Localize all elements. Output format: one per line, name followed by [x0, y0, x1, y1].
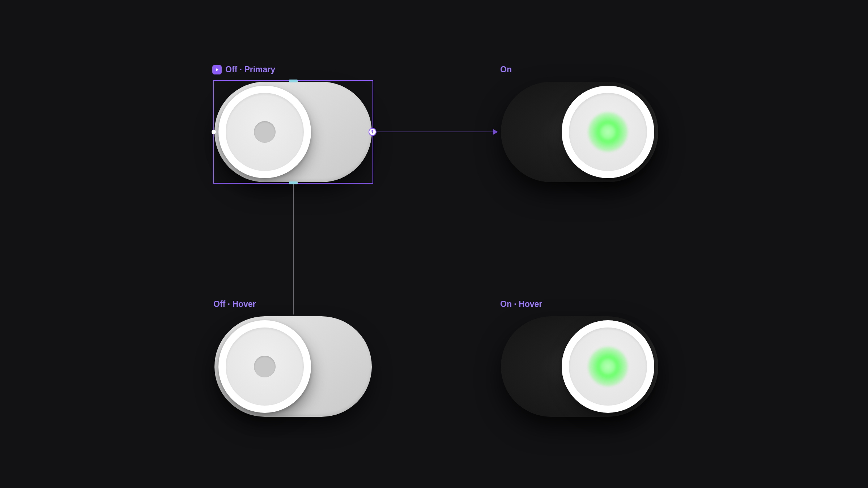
knob-indicator-on — [588, 112, 628, 152]
variant-label-on-hover: On · Hover — [500, 299, 542, 309]
component-play-icon — [212, 65, 222, 74]
variant-label-off-hover: Off · Hover — [213, 299, 256, 309]
variant-label-off-primary: Off · Primary — [212, 65, 275, 74]
toggle-on[interactable] — [501, 82, 658, 182]
variant-connector-vertical — [293, 184, 294, 314]
variant-label-text: Off · Hover — [213, 299, 256, 309]
toggle-knob[interactable] — [562, 320, 654, 413]
knob-indicator-off — [254, 356, 276, 377]
toggle-off-hover[interactable] — [214, 316, 372, 417]
interaction-arrow-line[interactable] — [377, 132, 493, 132]
variant-label-text: On — [500, 65, 512, 74]
toggle-on-hover[interactable] — [501, 316, 658, 417]
variant-label-on: On — [500, 65, 512, 74]
toggle-knob[interactable] — [562, 86, 654, 178]
variant-label-text: On · Hover — [500, 299, 542, 309]
toggle-knob[interactable] — [218, 86, 311, 178]
interaction-arrow-head — [493, 129, 498, 135]
knob-indicator-off — [254, 121, 276, 143]
toggle-knob[interactable] — [218, 320, 311, 413]
toggle-off-primary[interactable] — [214, 82, 372, 182]
knob-indicator-on — [588, 347, 628, 386]
prototype-canvas[interactable]: Off · Primary On Off · Hover On · Hover — [0, 0, 868, 488]
variant-label-text: Off · Primary — [225, 65, 275, 74]
